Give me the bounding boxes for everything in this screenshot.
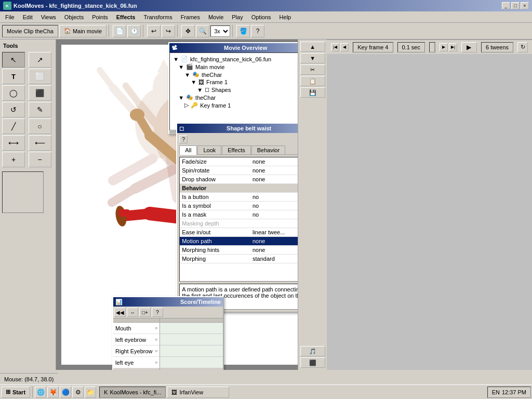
quicklaunch-5[interactable]: 📁 — [85, 387, 96, 398]
prop-is-button[interactable]: Is a button no — [180, 193, 312, 202]
menu-transforms[interactable]: Transforms — [139, 13, 176, 21]
undo-btn[interactable]: ↩ — [147, 25, 161, 37]
loop-btn[interactable]: ↻ — [517, 42, 528, 52]
tree-item-mainmovie[interactable]: ▼ 🎬 Main movie — [172, 63, 312, 71]
bucket-btn[interactable]: 🪣 — [236, 25, 250, 37]
prop-spin-rotate[interactable]: Spin/rotate none — [180, 166, 312, 175]
taskbar-app-koolmoves[interactable]: K KoolMoves - kfc_fi... — [99, 387, 166, 398]
minimize-btn[interactable]: _ — [502, 2, 510, 9]
taskbar-app-irfanview[interactable]: 🖼 IrfanView — [167, 387, 229, 398]
right-btn-3[interactable]: ✂ — [300, 64, 325, 75]
right-btn-6[interactable]: 🎵 — [300, 346, 325, 356]
menu-play[interactable]: Play — [228, 13, 247, 21]
close-btn[interactable]: × — [521, 2, 529, 9]
move-btn[interactable]: ✥ — [181, 25, 195, 37]
maximize-btn[interactable]: □ — [511, 2, 520, 9]
tab-look[interactable]: Look — [197, 145, 221, 154]
prop-fade-size[interactable]: Fade/size none — [180, 157, 312, 166]
oval-tool[interactable]: ○ — [29, 118, 51, 134]
menu-objects[interactable]: Objects — [60, 13, 88, 21]
score-timeline-titlebar[interactable]: 📊 Score/Timeline — [113, 297, 223, 307]
right-btn-4[interactable]: 📋 — [300, 76, 325, 86]
menu-file[interactable]: File — [1, 13, 19, 21]
prop-ease-inout[interactable]: Ease in/out linear twee... — [180, 228, 312, 237]
menu-views[interactable]: Views — [37, 13, 60, 21]
shape-tool[interactable]: ◯ — [2, 85, 25, 101]
tree-item-frame1[interactable]: ▼ 🖼 Frame 1 — [172, 78, 312, 86]
quicklaunch-ie[interactable]: 🌐 — [35, 387, 46, 398]
right-btn-5[interactable]: 💾 — [300, 87, 325, 98]
main-movie-button[interactable]: 🏠 Main movie — [59, 25, 107, 37]
progress-bar[interactable] — [429, 42, 435, 52]
timeline-tracks — [160, 318, 223, 370]
timeline-add-btn[interactable]: □+ — [139, 308, 151, 317]
menu-edit[interactable]: Edit — [19, 13, 37, 21]
tab-effects[interactable]: Effects — [222, 145, 250, 154]
start-button[interactable]: ⊞ Start — [1, 387, 30, 398]
title-bar-controls[interactable]: _ □ × — [502, 2, 529, 9]
movie-clip-button[interactable]: Movie Clip theCha — [2, 25, 58, 37]
quicklaunch-4[interactable]: ⚙ — [72, 387, 84, 398]
timeline-help-btn[interactable]: ? — [152, 308, 163, 317]
menu-options[interactable]: Options — [247, 13, 275, 21]
tree-item-thechar1[interactable]: ▼ 🎭 theChar — [172, 71, 312, 78]
play-btn[interactable]: ▶ — [461, 42, 477, 52]
menu-frames[interactable]: Frames — [177, 13, 204, 21]
timeline-layer-righteyebrow[interactable]: Right Eyebrow ○ — [113, 345, 159, 357]
prop-drop-shadow[interactable]: Drop shadow none — [180, 175, 312, 184]
tree-item-shapes[interactable]: ▼ ◻ Shapes — [172, 86, 312, 94]
tab-all[interactable]: All — [179, 145, 197, 155]
zoom-select[interactable]: 3x 1x 2x 4x 5x — [210, 25, 230, 37]
arrow-tool[interactable]: ↖ — [2, 52, 25, 68]
quicklaunch-3[interactable]: 🔵 — [60, 387, 71, 398]
menu-points[interactable]: Points — [88, 13, 112, 21]
menu-effects[interactable]: Effects — [112, 13, 140, 21]
prop-morphing[interactable]: Morphing standard ▼ — [180, 255, 312, 263]
prop-is-symbol[interactable]: Is a symbol no — [180, 202, 312, 210]
clock-btn[interactable]: 🕐 — [127, 25, 141, 37]
tree-view[interactable]: ▼ 📄 kfc_fighting_stance_kick_06.fun ▼ 🎬 … — [169, 52, 315, 130]
properties-container[interactable]: Fade/size none Spin/rotate none Drop sha… — [179, 157, 313, 282]
line-tool[interactable]: ╱ — [2, 118, 25, 134]
nav-last[interactable]: ▶| — [449, 43, 457, 51]
prop-morphing-hints[interactable]: Morphing hints none — [180, 246, 312, 255]
prop-is-mask[interactable]: Is a mask no — [180, 210, 312, 219]
timeline-playback-btn[interactable]: ↔ — [127, 308, 138, 317]
paint-tool[interactable]: ⬛ — [29, 85, 51, 101]
quicklaunch-firefox[interactable]: 🦊 — [47, 387, 59, 398]
tab-behavior[interactable]: Behavior — [251, 145, 285, 154]
text-tool[interactable]: T — [2, 69, 25, 84]
nav-first[interactable]: |◀ — [331, 43, 339, 51]
timeline-layer-lefteye[interactable]: left eye ○ — [113, 357, 159, 368]
tree-item-root[interactable]: ▼ 📄 kfc_fighting_stance_kick_06.fun — [172, 55, 312, 63]
plus-h-tool[interactable]: ⟷ — [2, 135, 25, 151]
tree-item-keyframe1[interactable]: ▷ 🔑 Key frame 1 — [172, 101, 312, 109]
right-btn-2[interactable]: ▼ — [300, 53, 325, 63]
nav-next[interactable]: ▶ — [440, 43, 448, 51]
right-btn-7[interactable]: ⬛ — [300, 357, 325, 368]
zoom-btn[interactable]: 🔍 — [196, 25, 209, 37]
tree-icon-root: 📄 — [181, 56, 188, 62]
minus-tool[interactable]: − — [29, 152, 51, 167]
tree-item-thechar2[interactable]: ▼ 🎭 theChar — [172, 94, 312, 101]
timeline-layer-lefteyebrow[interactable]: left eyebrow ○ — [113, 334, 159, 345]
pencil-tool[interactable]: ✎ — [29, 102, 51, 117]
canvas-area[interactable]: 📽 Movie Overview × ▼ 📄 kfc_fighting_stan… — [56, 39, 327, 370]
image-tool[interactable]: ⬜ — [29, 69, 51, 84]
timeline-layer-mouth[interactable]: Mouth ○ — [113, 323, 159, 334]
section-behavior: Behavior — [180, 184, 312, 193]
shape-help-btn[interactable]: ? — [179, 135, 188, 143]
menu-help[interactable]: Help — [275, 13, 296, 21]
prop-motion-path[interactable]: Motion path none — [180, 237, 312, 246]
rotate-tool[interactable]: ↺ — [2, 102, 25, 117]
help-toolbar-btn[interactable]: ? — [251, 25, 264, 37]
nav-prev[interactable]: ◀ — [340, 43, 349, 51]
add-tool[interactable]: + — [2, 152, 25, 167]
page-btn[interactable]: 📄 — [113, 25, 126, 37]
pointer-tool[interactable]: ↗ — [29, 52, 51, 68]
plus-v-tool[interactable]: ⟵ — [29, 135, 51, 151]
timeline-back-btn[interactable]: ◀◀ — [114, 308, 126, 317]
redo-btn[interactable]: ↪ — [162, 25, 175, 37]
menu-movie[interactable]: Movie — [204, 13, 228, 21]
right-btn-1[interactable]: ▲ — [300, 42, 325, 52]
